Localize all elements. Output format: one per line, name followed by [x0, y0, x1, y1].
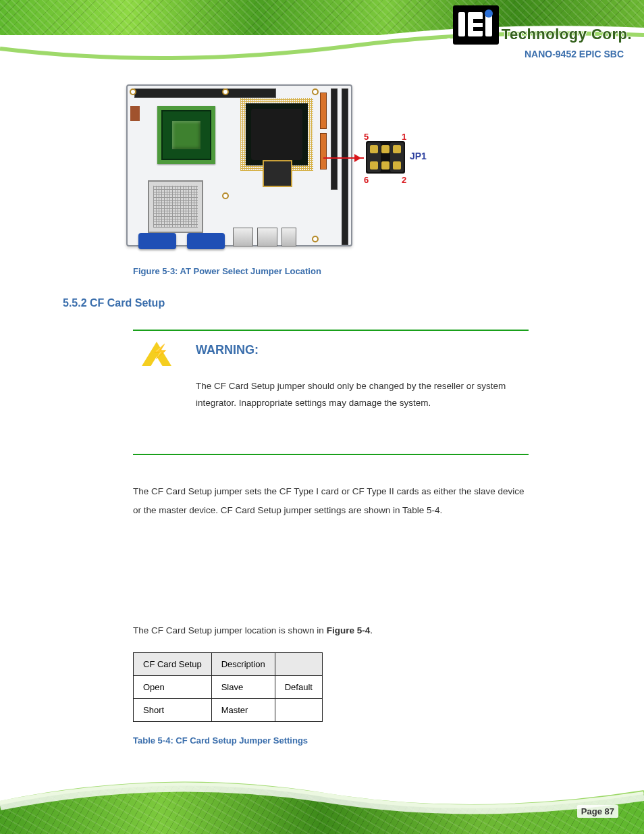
jp-label-5: 5 [364, 132, 369, 142]
section-heading: 5.5.2 CF Card Setup [63, 297, 165, 309]
body-p2-pre: The CF Card Setup jumper location is sho… [133, 625, 327, 635]
chipset-green [157, 106, 215, 164]
product-name: NANO-9452 EPIC SBC [525, 49, 624, 59]
jumper-name: JP1 [410, 151, 427, 161]
table-row: Open Slave Default [134, 676, 323, 699]
warning-title: WARNING: [196, 343, 259, 357]
chipset-black [246, 103, 308, 165]
callout-arrow [323, 157, 364, 159]
registered-mark: ® [446, 37, 451, 45]
table-header: Description [211, 653, 275, 676]
figure-ref: Figure 5-4 [327, 625, 371, 635]
table-header-row: CF Card Setup Description [134, 653, 323, 676]
board-figure: 5 1 6 2 JP1 [126, 84, 417, 250]
body-paragraph-2: The CF Card Setup jumper location is sho… [133, 621, 534, 640]
sbc-board [126, 84, 352, 246]
jp-label-1: 1 [402, 132, 406, 142]
warning-bottom-rule [133, 454, 529, 455]
bios-chip [263, 160, 292, 187]
top-banner: ® Technology Corp. NANO-9452 EPIC SBC [0, 0, 644, 74]
brand-company-text: Technology Corp. [502, 26, 632, 43]
warning-icon: ⚡ [142, 336, 171, 363]
table-caption: Table 5-4: CF Card Setup Jumper Settings [133, 735, 308, 746]
bottom-banner: Page 87 [0, 753, 644, 834]
body-paragraph-1: The CF Card Setup jumper sets the CF Typ… [133, 482, 534, 521]
table-header: CF Card Setup [134, 653, 212, 676]
jp-label-2: 2 [402, 175, 406, 185]
brand-logo: ® [453, 5, 499, 45]
table-header [275, 653, 322, 676]
jp-label-6: 6 [364, 175, 369, 185]
warning-top-rule [133, 330, 529, 331]
jumper-block-icon [366, 141, 405, 174]
table-row: Short Master [134, 699, 323, 722]
body-p2-post: . [370, 625, 373, 635]
figure-caption: Figure 5-3: AT Power Select Jumper Locat… [133, 266, 321, 276]
page-number: Page 87 [577, 805, 618, 818]
cpu-socket [148, 180, 203, 233]
jumper-settings-table: CF Card Setup Description Open Slave Def… [133, 652, 323, 722]
bottom-swoosh [0, 753, 644, 827]
warning-body: The CF Card Setup jumper should only be … [196, 378, 518, 412]
